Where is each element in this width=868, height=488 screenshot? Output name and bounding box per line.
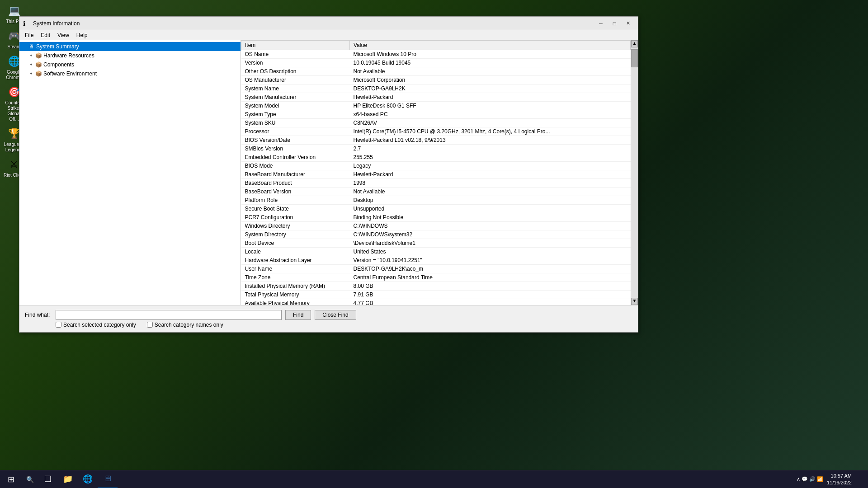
expander-hardware: + [28, 53, 34, 58]
window-title: System Information [33, 20, 594, 27]
table-cell-value: Intel(R) Core(TM) i5-4570 CPU @ 3.20GHz,… [350, 127, 631, 136]
table-row: System NameDESKTOP-GA9LH2K [241, 84, 631, 93]
taskbar-chrome[interactable]: 🌐 [78, 470, 98, 488]
taskbar-system-tray: ∧ 💬 🔊 📶 [797, 476, 827, 482]
table-cell-item: System Manufacturer [241, 93, 350, 102]
expander-components: + [28, 62, 34, 67]
table-cell-value: Hewlett-Packard L01 v02.18, 9/9/2013 [350, 136, 631, 145]
table-cell-value: DESKTOP-GA9LH2K\aco_m [350, 265, 631, 273]
tree-panel: 🖥 System Summary + 📦 Hardware Resources … [19, 40, 241, 305]
menu-help[interactable]: Help [73, 31, 91, 39]
close-find-button[interactable]: Close Find [315, 310, 356, 320]
hardware-icon: 📦 [35, 52, 42, 59]
checkbox-category-names-input[interactable] [147, 322, 153, 328]
table-row: Embedded Controller Version255.255 [241, 153, 631, 162]
find-button[interactable]: Find [285, 310, 311, 320]
table-row: SMBios Version2.7 [241, 145, 631, 153]
title-bar-buttons: ─ □ ✕ [594, 19, 634, 28]
table-cell-value: Hewlett-Packard [350, 170, 631, 179]
table-row: System ManufacturerHewlett-Packard [241, 93, 631, 102]
table-row: BaseBoard ManufacturerHewlett-Packard [241, 170, 631, 179]
scroll-up-btn[interactable]: ▲ [631, 40, 638, 47]
scroll-track[interactable] [631, 47, 638, 298]
tree-item-software-env[interactable]: + 📦 Software Environment [19, 69, 241, 78]
table-row: BIOS ModeLegacy [241, 162, 631, 170]
table-cell-value: 1998 [350, 179, 631, 188]
tree-item-hardware-resources[interactable]: + 📦 Hardware Resources [19, 51, 241, 60]
table-row: ProcessorIntel(R) Core(TM) i5-4570 CPU @… [241, 127, 631, 136]
menu-edit[interactable]: Edit [37, 31, 54, 39]
maximize-button[interactable]: □ [608, 19, 621, 28]
table-cell-value: Not Available [350, 67, 631, 76]
table-cell-value: 4.77 GB [350, 299, 631, 305]
table-row: LocaleUnited States [241, 248, 631, 256]
tray-icons: ∧ 💬 🔊 📶 [797, 476, 823, 482]
scroll-down-btn[interactable]: ▼ [631, 298, 638, 305]
table-cell-value: \Device\HarddiskVolume1 [350, 239, 631, 248]
table-cell-item: Platform Role [241, 196, 350, 205]
table-row: Secure Boot StateUnsupported [241, 205, 631, 213]
tree-item-components[interactable]: + 📦 Components [19, 60, 241, 69]
table-cell-value: Microsoft Corporation [350, 76, 631, 84]
table-cell-item: BaseBoard Product [241, 179, 350, 188]
table-cell-value: Desktop [350, 196, 631, 205]
checkbox-row: Search selected category only Search cat… [25, 322, 632, 328]
table-cell-item: Version [241, 59, 350, 67]
table-cell-item: BaseBoard Version [241, 188, 350, 196]
hardware-label: Hardware Resources [43, 52, 94, 59]
find-what-input[interactable] [56, 310, 282, 320]
table-row: Version10.0.19045 Build 19045 [241, 59, 631, 67]
table-cell-value: C:\WINDOWS [350, 222, 631, 230]
taskbar: ⊞ 🔍 ❑ 📁 🌐 🖥 ∧ 💬 🔊 📶 10:57 AM 11/16/2022 [0, 470, 868, 488]
taskbar-file-explorer[interactable]: 📁 [58, 470, 78, 488]
table-cell-item: User Name [241, 265, 350, 273]
col-header-value: Value [350, 41, 631, 50]
table-cell-value: 255.255 [350, 153, 631, 162]
table-cell-value: x64-based PC [350, 110, 631, 119]
table-cell-item: System SKU [241, 119, 350, 127]
taskbar-apps: 📁 🌐 🖥 [58, 470, 797, 488]
close-button[interactable]: ✕ [622, 19, 634, 28]
table-cell-item: Windows Directory [241, 222, 350, 230]
clock-time: 10:57 AM [827, 473, 852, 479]
table-cell-item: Embedded Controller Version [241, 153, 350, 162]
checkbox-category-names[interactable]: Search category names only [147, 322, 223, 328]
checkbox-selected-category[interactable]: Search selected category only [56, 322, 136, 328]
table-cell-item: Secure Boot State [241, 205, 350, 213]
menu-file[interactable]: File [21, 31, 37, 39]
table-row: BaseBoard VersionNot Available [241, 188, 631, 196]
taskbar-task-view[interactable]: ❑ [38, 470, 58, 488]
scrollbar[interactable]: ▲ ▼ [631, 40, 638, 305]
system-info-table: Item Value OS NameMicrosoft Windows 10 P… [241, 40, 631, 305]
menu-bar: File Edit View Help [19, 30, 638, 40]
search-row: Find what: Find Close Find [25, 310, 632, 320]
scroll-thumb[interactable] [631, 49, 638, 67]
table-row: OS ManufacturerMicrosoft Corporation [241, 76, 631, 84]
tree-item-system-summary[interactable]: 🖥 System Summary [19, 42, 241, 51]
table-row: System SKUC8N26AV [241, 119, 631, 127]
checkbox-selected-label: Search selected category only [63, 322, 136, 328]
table-row: Time ZoneCentral European Standard Time [241, 273, 631, 282]
show-desktop-button[interactable] [855, 470, 868, 488]
table-cell-value: HP EliteDesk 800 G1 SFF [350, 102, 631, 110]
taskbar-search-button[interactable]: 🔍 [22, 470, 38, 488]
checkbox-selected-category-input[interactable] [56, 322, 61, 328]
menu-view[interactable]: View [54, 31, 73, 39]
system-summary-icon: 🖥 [28, 43, 35, 50]
table-cell-item: SMBios Version [241, 145, 350, 153]
components-icon: 📦 [35, 61, 42, 68]
table-row: Platform RoleDesktop [241, 196, 631, 205]
taskbar-sysinfo[interactable]: 🖥 [98, 470, 118, 488]
table-row: PCR7 ConfigurationBinding Not Possible [241, 213, 631, 222]
expander-system-summary [21, 44, 27, 49]
start-button[interactable]: ⊞ [0, 470, 22, 488]
table-cell-item: BIOS Version/Date [241, 136, 350, 145]
table-cell-value: C:\WINDOWS\system32 [350, 230, 631, 239]
table-row: System Typex64-based PC [241, 110, 631, 119]
table-cell-value: Binding Not Possible [350, 213, 631, 222]
taskbar-clock: 10:57 AM 11/16/2022 [827, 473, 855, 486]
table-row: Installed Physical Memory (RAM)8.00 GB [241, 282, 631, 291]
table-cell-value: Legacy [350, 162, 631, 170]
minimize-button[interactable]: ─ [594, 19, 607, 28]
table-cell-item: System Directory [241, 230, 350, 239]
